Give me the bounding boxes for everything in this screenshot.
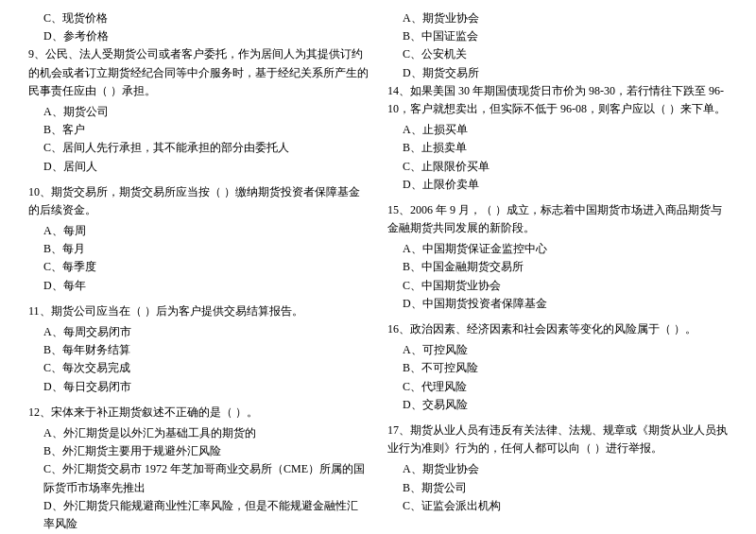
option-item: B、客户 bbox=[28, 121, 369, 139]
left-column: C、现货价格D、参考价格9、公民、法人受期货公司或者客户委托，作为居间人为其提供… bbox=[28, 9, 369, 534]
question-block: 9、公民、法人受期货公司或者客户委托，作为居间人为其提供订约的机会或者订立期货经… bbox=[28, 45, 369, 175]
option-item: D、参考价格 bbox=[28, 27, 369, 45]
option-item: C、居间人先行承担，其不能承担的部分由委托人 bbox=[28, 139, 369, 157]
option-item: B、每年财务结算 bbox=[28, 341, 369, 359]
question-block: 17、期货从业人员有违反有关法律、法规、规章或《期货从业人员执业行为准则》行为的… bbox=[387, 422, 728, 515]
option-item: A、中国期货保证金监控中心 bbox=[387, 240, 728, 258]
question-block: 15、2006 年 9 月，（ ）成立，标志着中国期货市场进入商品期货与金融期货… bbox=[387, 201, 728, 313]
option-item: D、每日交易闭市 bbox=[28, 378, 369, 396]
question-text: 16、政治因素、经济因素和社会因素等变化的风险属于（ ）。 bbox=[387, 320, 728, 338]
option-item: C、中国期货业协会 bbox=[387, 277, 728, 295]
question-block: 11、期货公司应当在（ ）后为客户提供交易结算报告。A、每周交易闭市B、每年财务… bbox=[28, 302, 369, 396]
option-item: D、居间人 bbox=[28, 158, 369, 176]
question-block: 10、期货交易所，期货交易所应当按（ ）缴纳期货投资者保障基金的后续资金。A、每… bbox=[28, 183, 369, 295]
option-item: A、止损买单 bbox=[387, 121, 728, 139]
question-block: 14、如果美国 30 年期国债现货日市价为 98-30，若行情往下跌至 96-1… bbox=[387, 82, 728, 194]
option-item: B、期货公司 bbox=[387, 479, 728, 497]
option-item: D、外汇期货只能规避商业性汇率风险，但是不能规避金融性汇率风险 bbox=[28, 497, 369, 533]
option-item: D、中国期货投资者保障基金 bbox=[387, 295, 728, 313]
option-item: C、证监会派出机构 bbox=[387, 497, 728, 515]
option-item: B、中国金融期货交易所 bbox=[387, 258, 728, 276]
option-item: D、交易风险 bbox=[387, 396, 728, 414]
option-item: C、止限限价买单 bbox=[387, 158, 728, 176]
option-item: A、期货公司 bbox=[28, 103, 369, 121]
question-text: 11、期货公司应当在（ ）后为客户提供交易结算报告。 bbox=[28, 302, 369, 320]
question-block: 12、宋体来于补正期货叙述不正确的是（ ）。A、外汇期货是以外汇为基础工具的期货… bbox=[28, 404, 369, 533]
right-column: A、期货业协会B、中国证监会C、公安机关D、期货交易所14、如果美国 30 年期… bbox=[387, 9, 728, 534]
option-item: C、每次交易完成 bbox=[28, 359, 369, 377]
option-item: D、止限价卖单 bbox=[387, 176, 728, 194]
option-item: B、止损卖单 bbox=[387, 139, 728, 157]
option-item: B、中国证监会 bbox=[387, 27, 728, 45]
option-item: D、每年 bbox=[28, 277, 369, 295]
option-item: A、可控风险 bbox=[387, 341, 728, 359]
question-text: 15、2006 年 9 月，（ ）成立，标志着中国期货市场进入商品期货与金融期货… bbox=[387, 201, 728, 237]
option-item: C、每季度 bbox=[28, 258, 369, 276]
option-item: B、不可控风险 bbox=[387, 359, 728, 377]
option-item: C、现货价格 bbox=[28, 9, 369, 27]
question-block: 16、政治因素、经济因素和社会因素等变化的风险属于（ ）。A、可控风险B、不可控… bbox=[387, 320, 728, 414]
question-text: 9、公民、法人受期货公司或者客户委托，作为居间人为其提供订约的机会或者订立期货经… bbox=[28, 45, 369, 100]
question-text: 12、宋体来于补正期货叙述不正确的是（ ）。 bbox=[28, 404, 369, 422]
option-item: C、公安机关 bbox=[387, 45, 728, 63]
option-item: C、代理风险 bbox=[387, 378, 728, 396]
question-text: 14、如果美国 30 年期国债现货日市价为 98-30，若行情往下跌至 96-1… bbox=[387, 82, 728, 118]
question-text: 17、期货从业人员有违反有关法律、法规、规章或《期货从业人员执业行为准则》行为的… bbox=[387, 422, 728, 457]
option-item: B、外汇期货主要用于规避外汇风险 bbox=[28, 442, 369, 460]
option-item: D、期货交易所 bbox=[387, 64, 728, 82]
option-item: A、每周交易闭市 bbox=[28, 323, 369, 341]
option-item: A、每周 bbox=[28, 222, 369, 240]
option-item: A、期货业协会 bbox=[387, 460, 728, 478]
option-item: B、每月 bbox=[28, 240, 369, 258]
question-text: 10、期货交易所，期货交易所应当按（ ）缴纳期货投资者保障基金的后续资金。 bbox=[28, 183, 369, 219]
option-item: A、外汇期货是以外汇为基础工具的期货的 bbox=[28, 424, 369, 442]
option-item: C、外汇期货交易市 1972 年芝加哥商业交易所（CME）所属的国际货币市场率先… bbox=[28, 460, 369, 496]
option-item: A、期货业协会 bbox=[387, 9, 728, 27]
